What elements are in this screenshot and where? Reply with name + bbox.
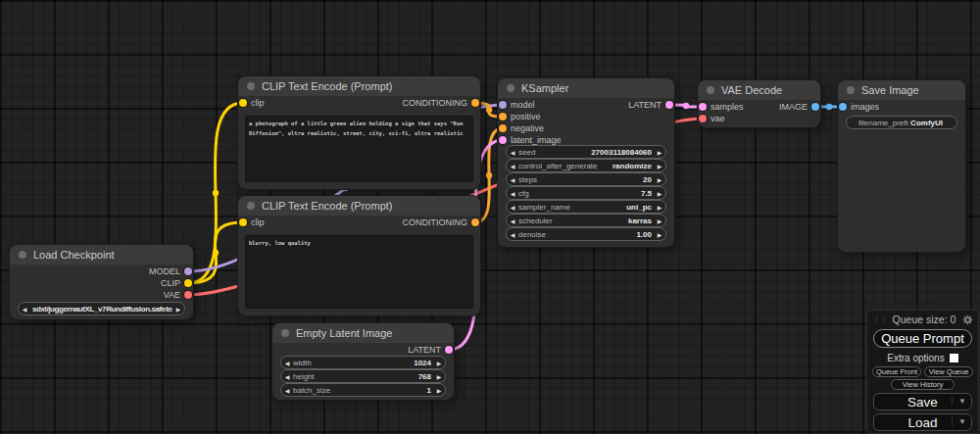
input-port-samples[interactable] — [699, 103, 707, 111]
output-port-LATENT[interactable] — [665, 101, 673, 109]
widget-steps[interactable]: ◀steps20▶ — [506, 172, 666, 186]
input-port-negative[interactable] — [499, 124, 507, 132]
decrement-arrow-icon[interactable]: ◀ — [507, 231, 518, 238]
extra-options-row: Extra options — [867, 352, 978, 364]
input-port-images[interactable] — [839, 103, 847, 111]
output-label-CLIP: CLIP — [161, 278, 180, 288]
input-port-clip[interactable] — [239, 99, 247, 107]
output-port-LATENT[interactable] — [445, 346, 453, 354]
prompt-textarea[interactable]: a photograph of a little green alien hol… — [245, 116, 473, 182]
decrement-arrow-icon[interactable]: ◀ — [507, 176, 518, 183]
increment-arrow-icon[interactable]: ▶ — [654, 217, 665, 224]
collapse-dot-icon[interactable] — [847, 86, 855, 94]
decrement-arrow-icon[interactable]: ◀ — [281, 387, 293, 394]
decrement-arrow-icon[interactable]: ◀ — [507, 217, 518, 224]
extra-options-checkbox[interactable] — [950, 354, 958, 362]
load-button[interactable]: Load ▼ — [873, 413, 972, 431]
widget-seed[interactable]: ◀seed27003118084060▶ — [506, 145, 666, 159]
node-save_image[interactable]: Save Imageimagesfilename_prefixComfyUI — [838, 80, 965, 252]
node-titlebar[interactable]: Load Checkpoint — [10, 245, 193, 265]
widget-scheduler[interactable]: ◀schedulerkarras▶ — [506, 214, 666, 227]
link-midpoint-dot[interactable] — [213, 190, 219, 196]
link-midpoint-dot[interactable] — [486, 172, 492, 178]
node-titlebar[interactable]: KSampler — [498, 78, 674, 98]
increment-arrow-icon[interactable]: ▶ — [433, 373, 445, 380]
increment-arrow-icon[interactable]: ▶ — [654, 231, 665, 238]
widget-value: randomize — [611, 162, 654, 170]
widget-control_after_generate[interactable]: ◀control_after_generaterandomize▶ — [506, 159, 666, 172]
increment-arrow-icon[interactable]: ▶ — [433, 360, 445, 366]
drag-handle-icon[interactable]: ⋮⋮ — [872, 314, 886, 324]
widget-sampler_name[interactable]: ◀sampler_nameuni_pc▶ — [506, 200, 666, 214]
input-port-latent_image[interactable] — [499, 136, 507, 144]
widget-value: ComfyUI — [908, 119, 945, 127]
node-clip_positive[interactable]: CLIP Text Encode (Prompt)clipCONDITIONIN… — [238, 76, 480, 189]
widget-width[interactable]: ◀width1024▶ — [280, 356, 446, 369]
save-dropdown-caret-icon[interactable]: ▼ — [952, 397, 966, 406]
increment-arrow-icon[interactable]: ▶ — [654, 149, 665, 156]
node-vae_decode[interactable]: VAE DecodesamplesvaeIMAGE — [698, 80, 820, 127]
input-port-positive[interactable] — [499, 113, 507, 121]
input-label-vae: vae — [710, 114, 725, 123]
widget-denoise[interactable]: ◀denoise1.00▶ — [506, 227, 666, 241]
decrement-arrow-icon[interactable]: ◀ — [507, 204, 518, 211]
output-port-VAE[interactable] — [184, 291, 192, 299]
node-ksampler[interactable]: KSamplermodelpositivenegativelatent_imag… — [498, 78, 674, 247]
collapse-dot-icon[interactable] — [247, 82, 255, 90]
link-midpoint-dot[interactable] — [486, 107, 492, 113]
decrement-arrow-icon[interactable]: ◀ — [507, 190, 518, 197]
load-dropdown-caret-icon[interactable]: ▼ — [952, 417, 966, 426]
node-title-text: Save Image — [861, 80, 919, 100]
widget-cfg[interactable]: ◀cfg7.5▶ — [506, 186, 666, 200]
widget-height[interactable]: ◀height768▶ — [280, 369, 446, 383]
increment-arrow-icon[interactable]: ▶ — [172, 306, 184, 313]
widget-combo[interactable]: ◀sdxl/juggernautXL_v7Rundiffusion.safete… — [18, 302, 185, 315]
link-midpoint-dot[interactable] — [213, 250, 219, 256]
decrement-arrow-icon[interactable]: ◀ — [507, 163, 518, 169]
output-port-CLIP[interactable] — [184, 279, 192, 287]
input-port-vae[interactable] — [699, 115, 707, 122]
node-empty_latent[interactable]: Empty Latent ImageLATENT◀width1024▶◀heig… — [272, 323, 454, 400]
queue-front-button[interactable]: Queue Front — [872, 366, 921, 377]
input-port-clip[interactable] — [239, 218, 247, 226]
node-titlebar[interactable]: CLIP Text Encode (Prompt) — [238, 196, 480, 216]
widget-batch_size[interactable]: ◀batch_size1▶ — [280, 383, 446, 397]
widget-filename_prefix[interactable]: filename_prefixComfyUI — [846, 116, 957, 129]
output-port-MODEL[interactable] — [184, 267, 192, 275]
increment-arrow-icon[interactable]: ▶ — [654, 204, 665, 211]
increment-arrow-icon[interactable]: ▶ — [433, 387, 445, 394]
collapse-dot-icon[interactable] — [247, 202, 255, 210]
decrement-arrow-icon[interactable]: ◀ — [19, 306, 30, 313]
node-load_checkpoint[interactable]: Load CheckpointMODELCLIPVAE◀sdxl/juggern… — [10, 245, 193, 319]
collapse-dot-icon[interactable] — [707, 86, 714, 94]
view-history-button[interactable]: View History — [891, 379, 956, 390]
widget-label: cfg — [518, 189, 639, 198]
settings-gear-icon[interactable] — [962, 314, 973, 325]
save-button[interactable]: Save ▼ — [873, 393, 972, 410]
decrement-arrow-icon[interactable]: ◀ — [281, 373, 293, 380]
node-titlebar[interactable]: Save Image — [838, 80, 965, 100]
collapse-dot-icon[interactable] — [507, 84, 514, 92]
link-midpoint-dot[interactable] — [683, 103, 689, 109]
node-titlebar[interactable]: CLIP Text Encode (Prompt) — [238, 76, 480, 96]
decrement-arrow-icon[interactable]: ◀ — [507, 149, 518, 156]
output-port-CONDITIONING[interactable] — [471, 99, 479, 107]
queue-prompt-button[interactable]: Queue Prompt — [873, 329, 972, 348]
node-graph-canvas[interactable]: Load CheckpointMODELCLIPVAE◀sdxl/juggern… — [0, 0, 980, 434]
increment-arrow-icon[interactable]: ▶ — [654, 190, 665, 197]
node-clip_negative[interactable]: CLIP Text Encode (Prompt)clipCONDITIONIN… — [238, 196, 480, 315]
increment-arrow-icon[interactable]: ▶ — [654, 163, 665, 169]
node-titlebar[interactable]: Empty Latent Image — [272, 323, 454, 343]
collapse-dot-icon[interactable] — [281, 329, 289, 337]
input-port-model[interactable] — [499, 101, 507, 109]
increment-arrow-icon[interactable]: ▶ — [654, 176, 665, 183]
load-button-label: Load — [907, 415, 937, 430]
view-queue-button[interactable]: View Queue — [924, 366, 973, 377]
output-port-CONDITIONING[interactable] — [471, 218, 479, 226]
decrement-arrow-icon[interactable]: ◀ — [281, 360, 293, 366]
collapse-dot-icon[interactable] — [19, 251, 26, 259]
output-port-IMAGE[interactable] — [811, 103, 819, 111]
link-midpoint-dot[interactable] — [826, 104, 832, 110]
prompt-textarea[interactable]: blurry, low quality — [245, 235, 473, 309]
node-titlebar[interactable]: VAE Decode — [698, 80, 820, 100]
